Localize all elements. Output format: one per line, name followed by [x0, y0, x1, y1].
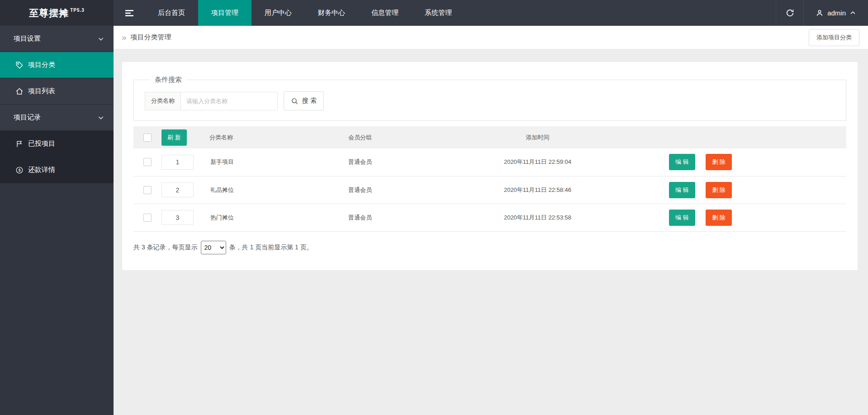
pagination-text-after: 条，共 1 页当前显示第 1 页。 [229, 243, 313, 252]
table-row: 新手项目 普通会员 2020年11月11日 22:59:04 编 辑 删 除 [133, 148, 846, 176]
column-header-actions [586, 126, 846, 148]
brand-name: 至尊摆摊 [29, 7, 69, 19]
breadcrumb-bar: » 项目分类管理 添加项目分类 [114, 26, 868, 49]
sidebar-group-project-records[interactable]: 项目记录 [0, 105, 114, 131]
add-category-button[interactable]: 添加项目分类 [809, 29, 859, 46]
chevron-down-icon [97, 114, 104, 121]
flag-icon [15, 139, 24, 148]
sidebar-item-label: 已投项目 [28, 139, 55, 148]
sidebar-item-label: 还款详情 [28, 166, 55, 174]
delete-button[interactable]: 删 除 [706, 182, 732, 198]
cell-add-time: 2020年11月11日 22:59:04 [489, 148, 586, 176]
category-table: 刷 新 分类名称 会员分组 添加时间 新手项目 普通会员 [133, 126, 846, 232]
sort-input[interactable] [161, 155, 194, 170]
chevron-down-icon [97, 35, 104, 43]
main-content: » 项目分类管理 添加项目分类 条件搜索 分类名称 搜 索 [114, 26, 868, 415]
table-header-row: 刷 新 分类名称 会员分组 添加时间 [133, 126, 846, 148]
nav-tab-users[interactable]: 用户中心 [251, 0, 305, 26]
cell-add-time: 2020年11月11日 22:53:58 [489, 204, 586, 231]
sidebar: 项目设置 项目分类 项目列表 项目记录 已 [0, 26, 114, 415]
delete-button[interactable]: 删 除 [706, 154, 732, 170]
nav-tab-finance[interactable]: 财务中心 [305, 0, 358, 26]
sort-input[interactable] [161, 182, 194, 197]
cell-category-name: 礼品摊位 [209, 176, 342, 204]
nav-tab-home[interactable]: 后台首页 [145, 0, 198, 26]
category-name-label: 分类名称 [145, 92, 180, 110]
breadcrumb-icon: » [122, 33, 127, 42]
page-title: 项目分类管理 [131, 33, 171, 42]
delete-button[interactable]: 删 除 [706, 210, 732, 226]
edit-button[interactable]: 编 辑 [669, 154, 695, 170]
column-header-group: 会员分组 [342, 126, 489, 148]
sidebar-group-project-settings[interactable]: 项目设置 [0, 26, 114, 52]
user-menu[interactable]: admin [804, 0, 868, 26]
dollar-circle-icon: $ [15, 166, 24, 174]
brand-version: TP5.3 [70, 8, 85, 13]
content-panel: 条件搜索 分类名称 搜 索 [122, 62, 858, 271]
cell-member-group: 普通会员 [342, 204, 489, 231]
cell-category-name: 热门摊位 [209, 204, 342, 231]
row-checkbox[interactable] [143, 158, 152, 166]
search-row: 分类名称 搜 索 [145, 91, 838, 110]
select-all-checkbox[interactable] [143, 134, 152, 142]
pagination-text-before: 共 3 条记录，每页显示 [133, 243, 198, 252]
edit-button[interactable]: 编 辑 [669, 182, 695, 198]
top-nav: 后台首页 项目管理 用户中心 财务中心 信息管理 系统管理 [145, 0, 465, 26]
sidebar-item-label: 项目列表 [28, 87, 55, 95]
column-header-name: 分类名称 [209, 126, 342, 148]
cell-category-name: 新手项目 [209, 148, 342, 176]
search-button[interactable]: 搜 索 [284, 91, 324, 110]
brand-logo: 至尊摆摊TP5.3 [0, 0, 114, 26]
nav-tab-info[interactable]: 信息管理 [358, 0, 412, 26]
chevron-up-icon [849, 10, 856, 16]
nav-tab-projects[interactable]: 项目管理 [198, 0, 251, 26]
user-icon [816, 9, 824, 17]
pagination: 共 3 条记录，每页显示 20 条，共 1 页当前显示第 1 页。 [133, 241, 846, 254]
sort-input[interactable] [161, 210, 194, 225]
table-row: 热门摊位 普通会员 2020年11月11日 22:53:58 编 辑 删 除 [133, 204, 846, 231]
svg-text:$: $ [18, 168, 21, 172]
search-icon [291, 97, 299, 105]
header-right: admin [776, 0, 868, 26]
edit-button[interactable]: 编 辑 [669, 210, 695, 226]
home-icon [15, 87, 24, 95]
cell-member-group: 普通会员 [342, 148, 489, 176]
cell-member-group: 普通会员 [342, 176, 489, 204]
refresh-button[interactable] [776, 0, 804, 26]
username: admin [827, 9, 846, 17]
per-page-select[interactable]: 20 [201, 241, 226, 254]
table-row: 礼品摊位 普通会员 2020年11月11日 22:58:46 编 辑 删 除 [133, 176, 846, 204]
search-button-label: 搜 索 [302, 97, 317, 105]
table-refresh-button[interactable]: 刷 新 [161, 129, 187, 146]
sidebar-group-label: 项目记录 [14, 113, 41, 122]
category-name-input-group: 分类名称 [145, 92, 278, 110]
search-legend: 条件搜索 [150, 76, 186, 84]
sidebar-toggle-button[interactable] [114, 0, 145, 26]
top-header: 至尊摆摊TP5.3 后台首页 项目管理 用户中心 财务中心 信息管理 系统管理 [0, 0, 868, 26]
category-table-wrap: 刷 新 分类名称 会员分组 添加时间 新手项目 普通会员 [133, 126, 846, 232]
column-header-time: 添加时间 [489, 126, 586, 148]
nav-tab-system[interactable]: 系统管理 [412, 0, 465, 26]
category-name-input[interactable] [180, 92, 278, 110]
sidebar-item-project-category[interactable]: 项目分类 [0, 52, 114, 78]
sidebar-item-invested-projects[interactable]: 已投项目 [0, 131, 114, 157]
sidebar-group-label: 项目设置 [14, 34, 41, 43]
admin-app: 至尊摆摊TP5.3 后台首页 项目管理 用户中心 财务中心 信息管理 系统管理 [0, 0, 868, 415]
sidebar-item-label: 项目分类 [28, 61, 55, 69]
sidebar-item-repayment-details[interactable]: $ 还款详情 [0, 157, 114, 183]
refresh-icon [786, 9, 794, 17]
row-checkbox[interactable] [143, 186, 152, 194]
sidebar-item-project-list[interactable]: 项目列表 [0, 78, 114, 105]
row-checkbox[interactable] [143, 214, 152, 222]
cell-add-time: 2020年11月11日 22:58:46 [489, 176, 586, 204]
search-fieldset: 条件搜索 分类名称 搜 索 [133, 76, 846, 121]
hamburger-icon [125, 10, 134, 17]
tag-icon [15, 61, 24, 69]
